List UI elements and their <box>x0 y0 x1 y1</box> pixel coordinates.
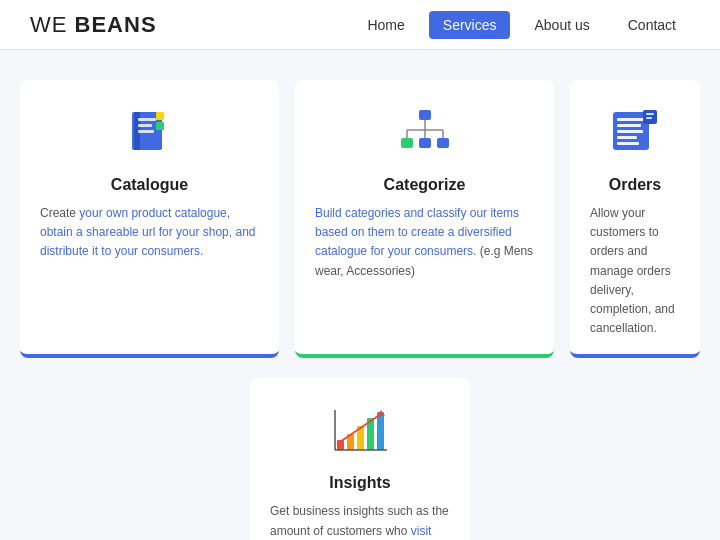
cards-row-top: Catalogue Create your own product catalo… <box>20 80 700 358</box>
svg-rect-23 <box>646 113 654 115</box>
navigation: Home Services About us Contact <box>353 11 690 39</box>
svg-rect-29 <box>377 412 384 450</box>
catalogue-icon <box>120 104 180 164</box>
logo: WE BEANS <box>30 12 157 38</box>
svg-rect-20 <box>617 136 637 139</box>
nav-services[interactable]: Services <box>429 11 511 39</box>
categorize-desc: Build categories and classify our items … <box>315 204 534 281</box>
catalogue-desc: Create your own product catalogue, obtai… <box>40 204 259 262</box>
logo-prefix: WE <box>30 12 75 37</box>
svg-rect-5 <box>156 112 164 120</box>
cards-row-bottom: Insights Get business insights such as t… <box>20 378 700 540</box>
svg-rect-2 <box>138 118 156 121</box>
svg-rect-18 <box>617 124 641 127</box>
card-categorize: Categorize Build categories and classify… <box>295 80 554 358</box>
svg-rect-14 <box>419 138 431 148</box>
categorize-icon <box>395 104 455 164</box>
svg-rect-15 <box>437 138 449 148</box>
orders-icon <box>605 104 665 164</box>
insights-desc: Get business insights such as the amount… <box>270 502 450 540</box>
insights-icon <box>330 402 390 462</box>
svg-rect-4 <box>138 130 154 133</box>
svg-rect-17 <box>617 118 645 121</box>
logo-bold: BEANS <box>75 12 157 37</box>
svg-rect-7 <box>419 110 431 120</box>
main-content: Catalogue Create your own product catalo… <box>0 50 720 540</box>
orders-title: Orders <box>609 176 661 194</box>
insights-title: Insights <box>329 474 390 492</box>
svg-rect-3 <box>138 124 152 127</box>
svg-rect-21 <box>617 142 639 145</box>
card-catalogue: Catalogue Create your own product catalo… <box>20 80 279 358</box>
nav-about[interactable]: About us <box>520 11 603 39</box>
header: WE BEANS Home Services About us Contact <box>0 0 720 50</box>
nav-home[interactable]: Home <box>353 11 418 39</box>
svg-rect-24 <box>646 117 652 119</box>
svg-rect-13 <box>401 138 413 148</box>
catalogue-title: Catalogue <box>111 176 188 194</box>
categorize-title: Categorize <box>384 176 466 194</box>
card-insights: Insights Get business insights such as t… <box>250 378 470 540</box>
svg-rect-6 <box>156 122 164 130</box>
svg-rect-19 <box>617 130 643 133</box>
nav-contact[interactable]: Contact <box>614 11 690 39</box>
orders-desc: Allow your customers to orders and manag… <box>590 204 680 338</box>
card-orders: Orders Allow your customers to orders an… <box>570 80 700 358</box>
